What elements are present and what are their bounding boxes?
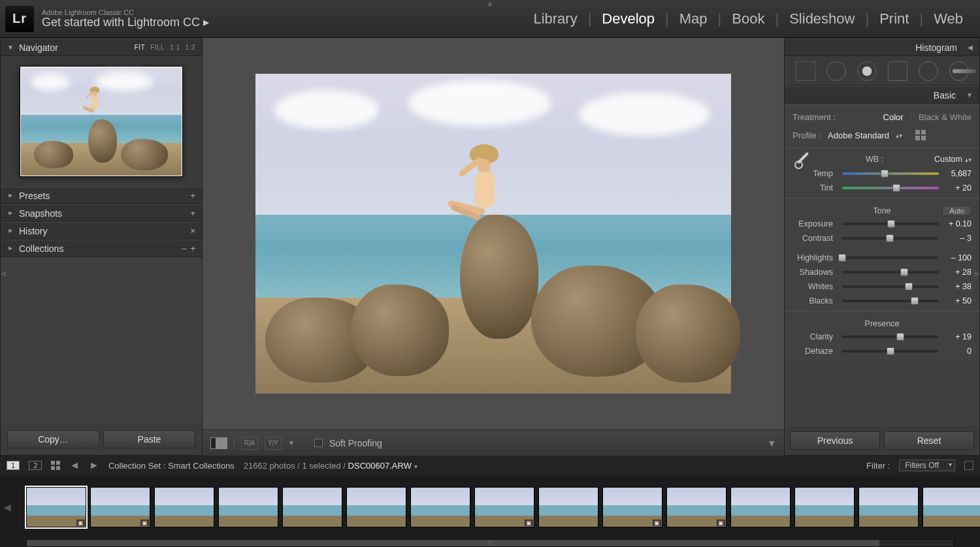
blacks-slider[interactable] (842, 296, 939, 305)
temp-value[interactable]: 5,687 (943, 169, 972, 178)
presets-header[interactable]: ▼ Presets + (1, 187, 202, 204)
collection-label[interactable]: Collection Set : Smart Collections (108, 461, 235, 471)
shadows-value[interactable]: + 28 (943, 268, 972, 277)
dehaze-slider[interactable] (842, 347, 939, 356)
whites-value[interactable]: + 38 (943, 282, 972, 291)
soft-proofing-checkbox[interactable] (314, 439, 323, 447)
add-preset-button[interactable]: + (190, 191, 195, 200)
navigator-header[interactable]: ▼ Navigator FIT FILL 1:1 1:2 (1, 39, 202, 56)
crop-tool-icon[interactable] (796, 61, 815, 81)
contrast-slider[interactable] (842, 234, 939, 243)
app-tagline[interactable]: Get started with Lightroom CC ▸ (42, 16, 209, 29)
zoom-fill[interactable]: FILL (150, 44, 165, 51)
profile-browser-icon[interactable] (915, 130, 926, 140)
panel-collapse-left[interactable]: ◀ (0, 269, 6, 278)
before-after-ra[interactable]: R|A (241, 437, 258, 450)
filmstrip-thumb[interactable] (282, 487, 342, 527)
paste-button[interactable]: Paste (103, 430, 195, 448)
filter-dropdown[interactable]: Filters Off (899, 460, 955, 471)
panel-collapse-right[interactable]: ▶ (974, 269, 980, 278)
profile-dropdown-icon[interactable]: ▴▾ (896, 132, 902, 139)
clarity-slider[interactable] (842, 332, 939, 341)
histogram-header[interactable]: Histogram ◀ (785, 39, 979, 56)
remove-collection-button[interactable]: – (182, 243, 186, 253)
history-header[interactable]: ▼ History × (1, 222, 202, 240)
filmstrip-thumbs[interactable]: ▣▣▣▣▣ (0, 475, 980, 539)
filmstrip-thumb[interactable] (794, 487, 855, 527)
filmstrip-thumb[interactable] (218, 487, 278, 527)
exposure-slider[interactable] (842, 219, 939, 228)
filmstrip-thumb[interactable] (154, 487, 214, 527)
copy-button[interactable]: Copy… (7, 430, 99, 448)
shadows-slider[interactable] (842, 268, 939, 277)
snapshots-header[interactable]: ▼ Snapshots + (1, 204, 202, 222)
filmstrip-thumb[interactable]: ▣ (26, 487, 86, 527)
blacks-value[interactable]: + 50 (943, 296, 972, 305)
dehaze-value[interactable]: 0 (943, 347, 972, 356)
exposure-value[interactable]: + 0.10 (943, 219, 972, 228)
module-library[interactable]: Library (523, 10, 587, 27)
profile-value[interactable]: Adobe Standard (828, 131, 889, 140)
filmstrip-thumb[interactable]: ▣ (666, 487, 727, 527)
nav-prev-icon[interactable]: ◄ (69, 460, 80, 471)
graduated-filter-icon[interactable] (888, 61, 907, 81)
temp-slider[interactable] (842, 169, 939, 178)
auto-tone-button[interactable]: Auto (942, 206, 972, 216)
filmstrip-thumb[interactable]: ▣ (474, 487, 534, 527)
navigator-thumbnail[interactable] (20, 67, 182, 176)
highlights-slider[interactable] (842, 253, 939, 262)
treatment-color[interactable]: Color (883, 112, 904, 122)
contrast-value[interactable]: – 3 (943, 234, 972, 243)
module-web[interactable]: Web (923, 10, 973, 27)
image-viewport[interactable] (203, 38, 784, 430)
wb-dropdown-icon[interactable]: ▴▾ (965, 156, 972, 163)
view-mode-loupe[interactable] (210, 437, 227, 449)
filmstrip-thumb[interactable] (346, 487, 406, 527)
wb-section: WB : Custom ▴▾ Temp 5,687 Tint + 20 (785, 148, 979, 198)
zoom-1-2[interactable]: 1:2 (186, 44, 195, 51)
radial-filter-icon[interactable] (919, 61, 938, 81)
grid-view-icon[interactable] (51, 461, 60, 470)
clear-history-button[interactable]: × (190, 226, 195, 236)
zoom-1-1[interactable]: 1:1 (170, 44, 180, 51)
highlights-value[interactable]: – 100 (943, 253, 972, 262)
basic-header[interactable]: Basic ▼ (785, 86, 979, 104)
monitor-1[interactable]: 1 (7, 461, 20, 470)
eyedropper-icon[interactable] (792, 148, 815, 170)
tint-value[interactable]: + 20 (943, 183, 972, 193)
panel-collapse-bottom[interactable]: ▼ (486, 538, 494, 547)
filmstrip-thumb[interactable] (410, 487, 470, 527)
treatment-bw[interactable]: Black & White (919, 112, 972, 122)
clarity-value[interactable]: + 19 (943, 332, 972, 341)
spot-removal-icon[interactable] (826, 61, 846, 81)
filmstrip-thumb[interactable] (730, 487, 791, 527)
filmstrip-thumb[interactable] (858, 487, 919, 527)
adjustment-brush-icon[interactable] (949, 61, 969, 81)
filmstrip-thumb[interactable] (538, 487, 598, 527)
before-after-yy[interactable]: Y|Y (265, 437, 282, 450)
tint-slider[interactable] (842, 183, 939, 193)
filter-switch[interactable] (964, 461, 973, 470)
panel-collapse-top[interactable]: ▲ (486, 0, 494, 8)
module-print[interactable]: Print (869, 10, 919, 27)
previous-button[interactable]: Previous (790, 431, 880, 450)
toolbar-dropdown[interactable]: ▼ (767, 438, 776, 448)
reset-button[interactable]: Reset (884, 431, 974, 450)
filmstrip-thumb[interactable]: ▣ (602, 487, 662, 527)
module-book[interactable]: Book (721, 10, 775, 27)
chevron-down-icon[interactable]: ▼ (288, 439, 295, 446)
zoom-fit[interactable]: FIT (135, 44, 146, 51)
filmstrip-thumb[interactable]: ▣ (90, 487, 150, 527)
module-develop[interactable]: Develop (591, 10, 665, 27)
collections-header[interactable]: ▼ Collections – + (1, 240, 202, 257)
module-map[interactable]: Map (669, 10, 718, 27)
monitor-2[interactable]: 2 (29, 461, 42, 470)
wb-value[interactable]: Custom (934, 155, 962, 164)
module-slideshow[interactable]: Slideshow (779, 10, 865, 27)
add-snapshot-button[interactable]: + (190, 208, 195, 218)
nav-next-icon[interactable]: ► (89, 460, 99, 471)
filmstrip-thumb[interactable] (923, 487, 980, 527)
whites-slider[interactable] (842, 282, 939, 291)
add-collection-button[interactable]: + (190, 243, 195, 253)
redeye-tool-icon[interactable] (857, 61, 877, 81)
